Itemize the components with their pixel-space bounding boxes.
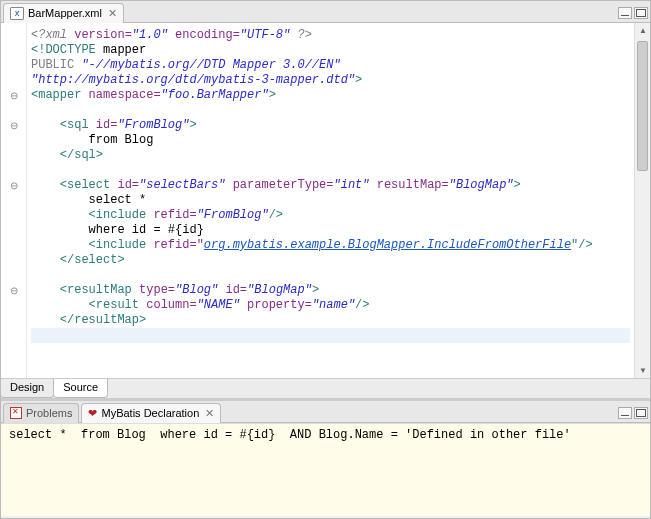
problems-icon [10, 407, 22, 419]
scroll-thumb[interactable] [637, 41, 648, 171]
tab-source[interactable]: Source [53, 379, 108, 398]
tab-mybatis-declaration[interactable]: ❤ MyBatis Declaration ✕ [81, 403, 221, 423]
xml-file-icon: X [10, 7, 24, 20]
minimize-icon[interactable] [618, 407, 632, 419]
editor-tab-label: BarMapper.xml [28, 7, 102, 19]
editor-tab-barmapper[interactable]: X BarMapper.xml ✕ [3, 3, 124, 23]
code-content[interactable]: <?xml version="1.0" encoding="UTF-8" ?> … [27, 23, 634, 378]
vertical-scrollbar[interactable]: ▲ ▼ [634, 23, 650, 378]
close-icon[interactable]: ✕ [205, 407, 214, 420]
editor-pane: X BarMapper.xml ✕ ⊖ ⊖ ⊖ ⊖ [1, 1, 650, 401]
tab-problems[interactable]: Problems [3, 403, 79, 423]
fold-icon[interactable]: ⊖ [1, 118, 26, 133]
code-editor[interactable]: ⊖ ⊖ ⊖ ⊖ <?xml version="1.0" encoding="UT… [1, 23, 650, 378]
editor-tab-bar: X BarMapper.xml ✕ [1, 1, 650, 23]
gutter: ⊖ ⊖ ⊖ ⊖ [1, 23, 27, 378]
scroll-down-icon[interactable]: ▼ [639, 366, 647, 375]
lower-pane: Problems ❤ MyBatis Declaration ✕ select … [1, 401, 650, 516]
maximize-icon[interactable] [634, 407, 648, 419]
mybatis-icon: ❤ [88, 407, 97, 420]
tab-problems-label: Problems [26, 407, 72, 419]
editor-bottom-tabs: Design Source [1, 378, 650, 398]
fold-icon[interactable]: ⊖ [1, 88, 26, 103]
tab-mybatis-label: MyBatis Declaration [101, 407, 199, 419]
tab-design[interactable]: Design [0, 379, 54, 398]
fold-icon[interactable]: ⊖ [1, 283, 26, 298]
minimize-icon[interactable] [618, 7, 632, 19]
lower-tab-bar: Problems ❤ MyBatis Declaration ✕ [1, 401, 650, 423]
fold-icon[interactable]: ⊖ [1, 178, 26, 193]
cursor-line [31, 328, 630, 343]
mybatis-declaration-content[interactable]: select * from Blog where id = #{id} AND … [1, 423, 650, 516]
scroll-up-icon[interactable]: ▲ [639, 26, 647, 35]
maximize-icon[interactable] [634, 7, 648, 19]
close-icon[interactable]: ✕ [108, 7, 117, 20]
refid-link[interactable]: org.mybatis.example.BlogMapper.IncludeFr… [204, 238, 571, 252]
